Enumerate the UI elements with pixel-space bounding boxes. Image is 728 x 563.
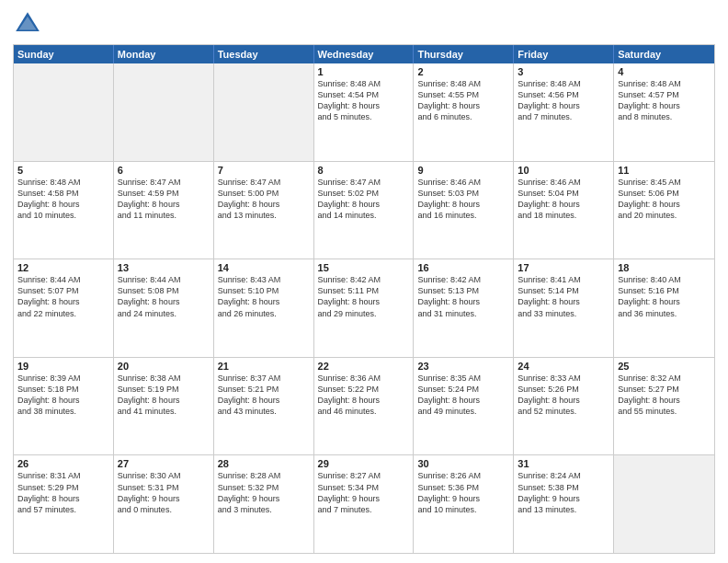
- logo: [13, 9, 46, 39]
- header-day-sunday: Sunday: [14, 45, 114, 63]
- day-info: Sunrise: 8:41 AM Sunset: 5:14 PM Dayligh…: [518, 274, 609, 319]
- day-cell-22: 22Sunrise: 8:36 AM Sunset: 5:22 PM Dayli…: [314, 358, 415, 455]
- day-info: Sunrise: 8:24 AM Sunset: 5:38 PM Dayligh…: [518, 470, 609, 515]
- week-row-1: 1Sunrise: 8:48 AM Sunset: 4:54 PM Daylig…: [14, 63, 714, 161]
- day-number: 23: [417, 361, 509, 372]
- week-row-3: 12Sunrise: 8:44 AM Sunset: 5:07 PM Dayli…: [14, 259, 714, 357]
- day-info: Sunrise: 8:42 AM Sunset: 5:11 PM Dayligh…: [318, 274, 410, 319]
- empty-cell: [214, 63, 314, 161]
- calendar-header: SundayMondayTuesdayWednesdayThursdayFrid…: [14, 45, 714, 63]
- day-number: 17: [518, 262, 609, 273]
- day-cell-11: 11Sunrise: 8:45 AM Sunset: 5:06 PM Dayli…: [614, 162, 714, 259]
- day-info: Sunrise: 8:48 AM Sunset: 4:54 PM Dayligh…: [318, 78, 410, 123]
- day-info: Sunrise: 8:47 AM Sunset: 5:00 PM Dayligh…: [218, 177, 310, 222]
- day-info: Sunrise: 8:46 AM Sunset: 5:03 PM Dayligh…: [417, 177, 509, 222]
- day-cell-2: 2Sunrise: 8:48 AM Sunset: 4:55 PM Daylig…: [414, 63, 514, 161]
- day-number: 28: [218, 458, 310, 469]
- day-info: Sunrise: 8:38 AM Sunset: 5:19 PM Dayligh…: [118, 373, 210, 418]
- page: SundayMondayTuesdayWednesdayThursdayFrid…: [0, 0, 728, 563]
- day-cell-6: 6Sunrise: 8:47 AM Sunset: 4:59 PM Daylig…: [114, 162, 214, 259]
- day-cell-16: 16Sunrise: 8:42 AM Sunset: 5:13 PM Dayli…: [414, 259, 514, 357]
- day-number: 16: [417, 262, 509, 273]
- day-number: 15: [318, 262, 410, 273]
- day-cell-30: 30Sunrise: 8:26 AM Sunset: 5:36 PM Dayli…: [414, 455, 514, 553]
- day-cell-5: 5Sunrise: 8:48 AM Sunset: 4:58 PM Daylig…: [14, 162, 114, 259]
- day-number: 3: [518, 66, 609, 77]
- day-info: Sunrise: 8:46 AM Sunset: 5:04 PM Dayligh…: [518, 177, 609, 222]
- day-info: Sunrise: 8:27 AM Sunset: 5:34 PM Dayligh…: [318, 470, 410, 515]
- day-cell-15: 15Sunrise: 8:42 AM Sunset: 5:11 PM Dayli…: [314, 259, 415, 357]
- day-number: 11: [618, 165, 711, 176]
- day-cell-27: 27Sunrise: 8:30 AM Sunset: 5:31 PM Dayli…: [114, 455, 214, 553]
- day-info: Sunrise: 8:40 AM Sunset: 5:16 PM Dayligh…: [618, 274, 711, 319]
- empty-cell: [14, 63, 114, 161]
- week-row-2: 5Sunrise: 8:48 AM Sunset: 4:58 PM Daylig…: [14, 161, 714, 259]
- day-number: 21: [218, 361, 310, 372]
- day-number: 20: [118, 361, 210, 372]
- day-cell-12: 12Sunrise: 8:44 AM Sunset: 5:07 PM Dayli…: [14, 259, 114, 357]
- day-number: 5: [17, 165, 109, 176]
- day-info: Sunrise: 8:43 AM Sunset: 5:10 PM Dayligh…: [218, 274, 310, 319]
- week-row-5: 26Sunrise: 8:31 AM Sunset: 5:29 PM Dayli…: [14, 454, 714, 553]
- day-cell-14: 14Sunrise: 8:43 AM Sunset: 5:10 PM Dayli…: [214, 259, 314, 357]
- header-day-friday: Friday: [514, 45, 614, 63]
- day-info: Sunrise: 8:48 AM Sunset: 4:58 PM Dayligh…: [17, 177, 109, 222]
- header-day-wednesday: Wednesday: [314, 45, 415, 63]
- day-number: 12: [17, 262, 109, 273]
- week-row-4: 19Sunrise: 8:39 AM Sunset: 5:18 PM Dayli…: [14, 357, 714, 455]
- day-info: Sunrise: 8:30 AM Sunset: 5:31 PM Dayligh…: [118, 470, 210, 515]
- day-cell-7: 7Sunrise: 8:47 AM Sunset: 5:00 PM Daylig…: [214, 162, 314, 259]
- day-info: Sunrise: 8:47 AM Sunset: 4:59 PM Dayligh…: [118, 177, 210, 222]
- day-cell-9: 9Sunrise: 8:46 AM Sunset: 5:03 PM Daylig…: [414, 162, 514, 259]
- day-number: 14: [218, 262, 310, 273]
- day-number: 30: [417, 458, 509, 469]
- day-info: Sunrise: 8:42 AM Sunset: 5:13 PM Dayligh…: [417, 274, 509, 319]
- day-cell-4: 4Sunrise: 8:48 AM Sunset: 4:57 PM Daylig…: [614, 63, 714, 161]
- day-number: 1: [318, 66, 410, 77]
- day-cell-25: 25Sunrise: 8:32 AM Sunset: 5:27 PM Dayli…: [614, 358, 714, 455]
- day-cell-23: 23Sunrise: 8:35 AM Sunset: 5:24 PM Dayli…: [414, 358, 514, 455]
- day-info: Sunrise: 8:48 AM Sunset: 4:57 PM Dayligh…: [618, 78, 711, 123]
- day-number: 24: [518, 361, 609, 372]
- day-cell-3: 3Sunrise: 8:48 AM Sunset: 4:56 PM Daylig…: [514, 63, 614, 161]
- day-number: 19: [17, 361, 109, 372]
- day-info: Sunrise: 8:36 AM Sunset: 5:22 PM Dayligh…: [318, 373, 410, 418]
- empty-cell: [114, 63, 214, 161]
- day-info: Sunrise: 8:26 AM Sunset: 5:36 PM Dayligh…: [417, 470, 509, 515]
- day-info: Sunrise: 8:28 AM Sunset: 5:32 PM Dayligh…: [218, 470, 310, 515]
- day-info: Sunrise: 8:48 AM Sunset: 4:56 PM Dayligh…: [518, 78, 609, 123]
- day-info: Sunrise: 8:37 AM Sunset: 5:21 PM Dayligh…: [218, 373, 310, 418]
- day-number: 13: [118, 262, 210, 273]
- day-cell-24: 24Sunrise: 8:33 AM Sunset: 5:26 PM Dayli…: [514, 358, 614, 455]
- day-info: Sunrise: 8:48 AM Sunset: 4:55 PM Dayligh…: [417, 78, 509, 123]
- day-info: Sunrise: 8:32 AM Sunset: 5:27 PM Dayligh…: [618, 373, 711, 418]
- day-number: 22: [318, 361, 410, 372]
- calendar: SundayMondayTuesdayWednesdayThursdayFrid…: [13, 44, 715, 554]
- day-info: Sunrise: 8:39 AM Sunset: 5:18 PM Dayligh…: [17, 373, 109, 418]
- day-info: Sunrise: 8:35 AM Sunset: 5:24 PM Dayligh…: [417, 373, 509, 418]
- day-cell-19: 19Sunrise: 8:39 AM Sunset: 5:18 PM Dayli…: [14, 358, 114, 455]
- day-number: 18: [618, 262, 711, 273]
- logo-icon: [13, 9, 42, 39]
- day-number: 9: [417, 165, 509, 176]
- day-number: 10: [518, 165, 609, 176]
- empty-cell: [614, 455, 714, 553]
- day-cell-1: 1Sunrise: 8:48 AM Sunset: 4:54 PM Daylig…: [314, 63, 415, 161]
- day-cell-28: 28Sunrise: 8:28 AM Sunset: 5:32 PM Dayli…: [214, 455, 314, 553]
- day-number: 25: [618, 361, 711, 372]
- day-number: 4: [618, 66, 711, 77]
- day-number: 27: [118, 458, 210, 469]
- day-cell-21: 21Sunrise: 8:37 AM Sunset: 5:21 PM Dayli…: [214, 358, 314, 455]
- day-cell-18: 18Sunrise: 8:40 AM Sunset: 5:16 PM Dayli…: [614, 259, 714, 357]
- calendar-body: 1Sunrise: 8:48 AM Sunset: 4:54 PM Daylig…: [14, 63, 714, 553]
- day-number: 8: [318, 165, 410, 176]
- day-cell-13: 13Sunrise: 8:44 AM Sunset: 5:08 PM Dayli…: [114, 259, 214, 357]
- day-cell-17: 17Sunrise: 8:41 AM Sunset: 5:14 PM Dayli…: [514, 259, 614, 357]
- day-number: 2: [417, 66, 509, 77]
- day-number: 29: [318, 458, 410, 469]
- day-number: 7: [218, 165, 310, 176]
- header-day-monday: Monday: [114, 45, 214, 63]
- day-cell-8: 8Sunrise: 8:47 AM Sunset: 5:02 PM Daylig…: [314, 162, 415, 259]
- header: [13, 9, 715, 39]
- day-info: Sunrise: 8:47 AM Sunset: 5:02 PM Dayligh…: [318, 177, 410, 222]
